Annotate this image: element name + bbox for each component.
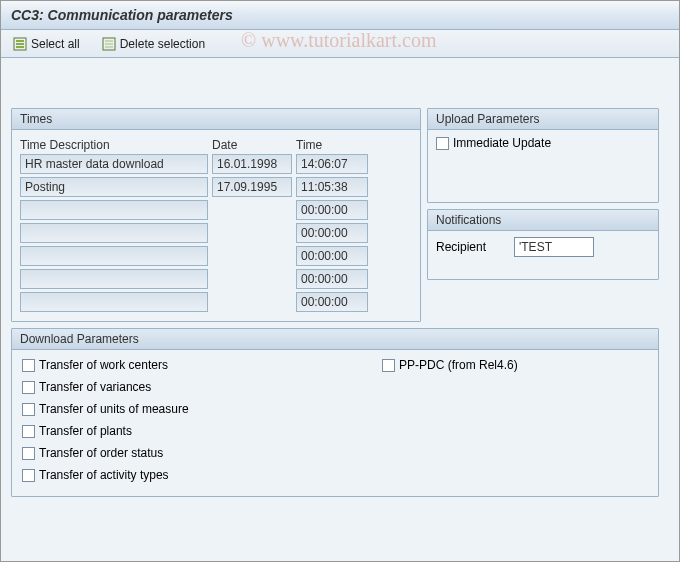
select-all-icon (13, 37, 27, 51)
time-desc-field (20, 269, 208, 289)
transfer-activity-types-label: Transfer of activity types (39, 468, 169, 482)
times-row: 00:00:00 (20, 292, 412, 312)
time-time-field: 11:05:38 (296, 177, 368, 197)
svg-rect-6 (105, 43, 113, 45)
upload-title: Upload Parameters (428, 109, 658, 130)
transfer-plants-label: Transfer of plants (39, 424, 132, 438)
transfer-variances-checkbox[interactable] (22, 381, 35, 394)
transfer-activity-types-checkbox[interactable] (22, 469, 35, 482)
delete-selection-label: Delete selection (120, 37, 205, 51)
time-desc-field: Posting (20, 177, 208, 197)
times-groupbox: Times Time Description Date Time HR mast… (11, 108, 421, 322)
immediate-update-label: Immediate Update (453, 136, 551, 150)
times-header-desc: Time Description (20, 138, 208, 152)
time-desc-field (20, 200, 208, 220)
immediate-update-row[interactable]: Immediate Update (436, 136, 650, 150)
window-title: CC3: Communication parameters (1, 1, 679, 30)
time-time-field: 00:00:00 (296, 269, 368, 289)
transfer-variances-label: Transfer of variances (39, 380, 151, 394)
times-row: 00:00:00 (20, 246, 412, 266)
times-title: Times (12, 109, 420, 130)
transfer-plants-checkbox[interactable] (22, 425, 35, 438)
times-row: Posting 17.09.1995 11:05:38 (20, 177, 412, 197)
svg-rect-5 (105, 40, 113, 42)
transfer-work-centers-checkbox[interactable] (22, 359, 35, 372)
transfer-order-status-label: Transfer of order status (39, 446, 163, 460)
time-desc-field (20, 292, 208, 312)
select-all-button[interactable]: Select all (9, 35, 84, 53)
time-time-field: 00:00:00 (296, 292, 368, 312)
pp-pdc-row[interactable]: PP-PDC (from Rel4.6) (382, 358, 518, 372)
time-desc-field (20, 246, 208, 266)
times-header-row: Time Description Date Time (20, 136, 412, 154)
toolbar: Select all Delete selection (1, 30, 679, 58)
transfer-units-label: Transfer of units of measure (39, 402, 189, 416)
download-parameters-groupbox: Download Parameters Transfer of work cen… (11, 328, 659, 497)
time-time-field: 00:00:00 (296, 223, 368, 243)
transfer-work-centers-row[interactable]: Transfer of work centers (22, 358, 322, 372)
times-row: 00:00:00 (20, 223, 412, 243)
upload-parameters-groupbox: Upload Parameters Immediate Update (427, 108, 659, 203)
times-header-time: Time (296, 138, 368, 152)
svg-rect-7 (105, 46, 113, 48)
recipient-input[interactable]: 'TEST (514, 237, 594, 257)
transfer-activity-types-row[interactable]: Transfer of activity types (22, 468, 322, 482)
time-date-field: 17.09.1995 (212, 177, 292, 197)
time-time-field: 14:06:07 (296, 154, 368, 174)
pp-pdc-label: PP-PDC (from Rel4.6) (399, 358, 518, 372)
recipient-label: Recipient (436, 240, 506, 254)
times-header-date: Date (212, 138, 292, 152)
transfer-order-status-checkbox[interactable] (22, 447, 35, 460)
time-date-field: 16.01.1998 (212, 154, 292, 174)
time-time-field: 00:00:00 (296, 200, 368, 220)
notifications-title: Notifications (428, 210, 658, 231)
time-time-field: 00:00:00 (296, 246, 368, 266)
immediate-update-checkbox[interactable] (436, 137, 449, 150)
main-area: Times Time Description Date Time HR mast… (1, 58, 679, 562)
transfer-plants-row[interactable]: Transfer of plants (22, 424, 322, 438)
transfer-units-row[interactable]: Transfer of units of measure (22, 402, 322, 416)
pp-pdc-checkbox[interactable] (382, 359, 395, 372)
times-row: HR master data download 16.01.1998 14:06… (20, 154, 412, 174)
svg-rect-2 (16, 43, 24, 45)
times-row: 00:00:00 (20, 200, 412, 220)
transfer-order-status-row[interactable]: Transfer of order status (22, 446, 322, 460)
transfer-work-centers-label: Transfer of work centers (39, 358, 168, 372)
delete-selection-icon (102, 37, 116, 51)
notifications-groupbox: Notifications Recipient 'TEST (427, 209, 659, 280)
svg-rect-3 (16, 46, 24, 48)
transfer-units-checkbox[interactable] (22, 403, 35, 416)
delete-selection-button[interactable]: Delete selection (98, 35, 209, 53)
time-desc-field: HR master data download (20, 154, 208, 174)
transfer-variances-row[interactable]: Transfer of variances (22, 380, 322, 394)
times-row: 00:00:00 (20, 269, 412, 289)
svg-rect-1 (16, 40, 24, 42)
time-desc-field (20, 223, 208, 243)
select-all-label: Select all (31, 37, 80, 51)
download-title: Download Parameters (12, 329, 658, 350)
